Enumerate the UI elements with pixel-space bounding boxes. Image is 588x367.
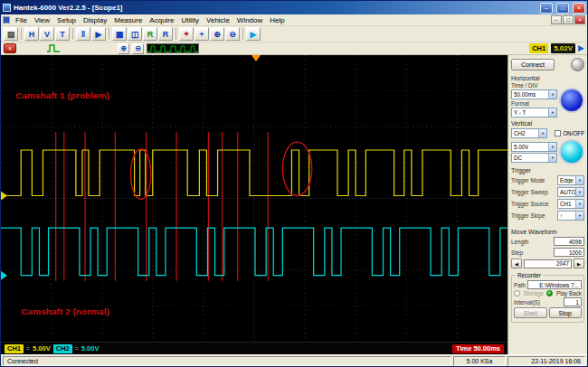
play-indicator-icon[interactable]: ▶ xyxy=(578,43,584,53)
trigger-slope-label: Trigger Slope xyxy=(511,212,545,219)
menubar: FileViewSetupDisplayMeasureAcquireUtilit… xyxy=(1,14,587,26)
grid-display-button[interactable]: ▦ xyxy=(112,27,127,41)
child-restore-button[interactable]: □ xyxy=(563,15,574,24)
toolbar-row1: ▤HVT‖▶▦◫RR⌖+⊕⊖▶ xyxy=(1,26,587,42)
ch2-position-marker[interactable] xyxy=(1,271,7,280)
stop-acquisition-button[interactable]: × xyxy=(4,43,16,53)
move-waveform-title: Move Waveform xyxy=(511,229,584,235)
horizontal-button[interactable]: H xyxy=(24,27,39,41)
split-screen-button[interactable]: ◫ xyxy=(128,27,142,41)
vertical-section-title: Vertical xyxy=(511,120,584,127)
run-button[interactable]: ▶ xyxy=(246,27,261,41)
path-field[interactable]: E:\Windows 7... xyxy=(527,280,582,289)
step-field[interactable]: 1000 xyxy=(554,248,584,257)
time-div-value: 50.00ms xyxy=(514,91,536,98)
trigger-source-select[interactable]: CH1 ▼ xyxy=(557,199,584,209)
menu-utility[interactable]: Utility xyxy=(177,16,203,24)
maximize-button[interactable]: □ xyxy=(556,3,569,14)
length-field[interactable]: 4096 xyxy=(554,237,584,246)
app-icon xyxy=(3,4,11,12)
volts-div-value: 5.00V xyxy=(514,144,528,150)
toolbar-separator xyxy=(72,28,73,40)
footer-ch1-badge[interactable]: CH1 xyxy=(5,344,24,353)
menu-view[interactable]: View xyxy=(31,16,53,24)
menu-measure[interactable]: Measure xyxy=(110,16,146,24)
auto-set-button[interactable]: R xyxy=(143,27,157,41)
volts-div-knob[interactable] xyxy=(559,139,584,165)
channel-onoff-toggle[interactable]: ON/OFF xyxy=(555,130,584,136)
format-label: Format xyxy=(511,100,557,107)
vertical-button[interactable]: V xyxy=(40,27,54,41)
interval-field[interactable]: 1 xyxy=(564,297,582,306)
chevron-down-icon: ▼ xyxy=(575,212,583,220)
menu-help[interactable]: Help xyxy=(266,16,288,24)
step-label: Step xyxy=(511,249,523,256)
close-button[interactable]: × xyxy=(573,3,585,14)
time-div-knob[interactable] xyxy=(559,88,584,113)
zoom-out-small-button[interactable]: ⊖ xyxy=(132,43,144,54)
menu-acquire[interactable]: Acquire xyxy=(146,16,177,24)
child-close-button[interactable]: × xyxy=(574,15,585,24)
onoff-label: ON/OFF xyxy=(563,130,584,136)
ch1-voltage-readout: 5.02V xyxy=(551,43,575,53)
menu-window[interactable]: Window xyxy=(233,16,266,24)
trigger-sweep-select[interactable]: AUTO ▼ xyxy=(557,187,584,197)
toolbar-separator xyxy=(109,28,109,40)
window-title: Hantek-6000 Ver2.2.5 - [Scope1] xyxy=(14,4,536,12)
menu-setup[interactable]: Setup xyxy=(53,16,80,24)
menu-vehicle[interactable]: Vehicle xyxy=(203,16,233,24)
chevron-down-icon: ▼ xyxy=(575,200,583,208)
coupling-value: DC xyxy=(514,155,522,161)
coupling-select[interactable]: DC ▼ xyxy=(511,153,557,163)
minimize-button[interactable]: – xyxy=(540,3,553,14)
ch1-waveform xyxy=(1,150,507,196)
channel-select[interactable]: CH2 ▼ xyxy=(511,128,547,138)
problem-circle xyxy=(131,149,151,199)
volts-div-select[interactable]: 5.00V ▼ xyxy=(511,142,557,152)
menu-display[interactable]: Display xyxy=(80,16,110,24)
pause-button[interactable]: ‖ xyxy=(76,27,90,41)
menu-file[interactable]: File xyxy=(12,16,31,24)
storage-label: Storage xyxy=(524,290,544,296)
measure-button[interactable]: ⌖ xyxy=(179,27,194,41)
playback-radio[interactable] xyxy=(546,290,553,296)
cursor-button[interactable]: + xyxy=(194,27,209,41)
child-window-icon xyxy=(3,16,10,24)
zoom-in-button[interactable]: ⊕ xyxy=(210,27,224,41)
trigger-mode-select[interactable]: Edge ▼ xyxy=(557,175,584,185)
storage-radio[interactable] xyxy=(514,290,520,296)
zoom-out-button[interactable]: ⊖ xyxy=(225,27,240,41)
toolbar-separator xyxy=(242,28,243,40)
chevron-down-icon: ▼ xyxy=(538,129,546,137)
trigger-position-marker[interactable] xyxy=(251,55,261,61)
annotation-text: Camshaft 2 (normal) xyxy=(21,306,109,316)
time-div-select[interactable]: 50.00ms ▼ xyxy=(511,89,557,99)
toolbar-separator xyxy=(21,28,22,40)
zoom-in-small-button[interactable]: ⊕ xyxy=(118,43,129,54)
record-stop-button[interactable]: Stop xyxy=(549,307,583,318)
trigger-section-title: Trigger xyxy=(511,167,584,174)
scope-plot[interactable]: Camshaft 1 (problem)Camshaft 2 (normal) xyxy=(1,55,507,342)
chevron-down-icon: ▼ xyxy=(548,90,556,99)
checkbox-icon xyxy=(555,130,561,136)
scope-area: Camshaft 1 (problem)Camshaft 2 (normal) … xyxy=(1,55,507,354)
format-select[interactable]: Y - T ▼ xyxy=(511,108,557,118)
move-left-button[interactable]: ◀ xyxy=(511,259,522,268)
single-seq-button[interactable]: ▶ xyxy=(91,27,106,41)
channel-value: CH2 xyxy=(514,130,526,136)
start-button[interactable]: Start xyxy=(514,307,547,318)
ch1-coupling-icon: = xyxy=(26,345,30,352)
position-field[interactable]: 2047 xyxy=(524,259,572,268)
refresh-button[interactable]: R xyxy=(158,27,173,41)
trigger-source-label: Trigger Source xyxy=(511,201,548,207)
trigger-button[interactable]: T xyxy=(55,27,70,41)
move-right-button[interactable]: ▶ xyxy=(574,259,584,268)
trigger-sweep-label: Trigger Sweep xyxy=(511,189,548,195)
connect-button[interactable]: Connect xyxy=(511,59,555,71)
trigger-level-knob[interactable] xyxy=(571,58,584,71)
menu-items-container: FileViewSetupDisplayMeasureAcquireUtilit… xyxy=(12,16,289,24)
trigger-slope-select[interactable]: ↑ ▼ xyxy=(557,211,584,221)
footer-ch2-badge[interactable]: CH2 xyxy=(53,344,72,353)
new-file-button[interactable]: ▤ xyxy=(4,27,18,41)
child-minimize-button[interactable]: – xyxy=(551,15,562,24)
